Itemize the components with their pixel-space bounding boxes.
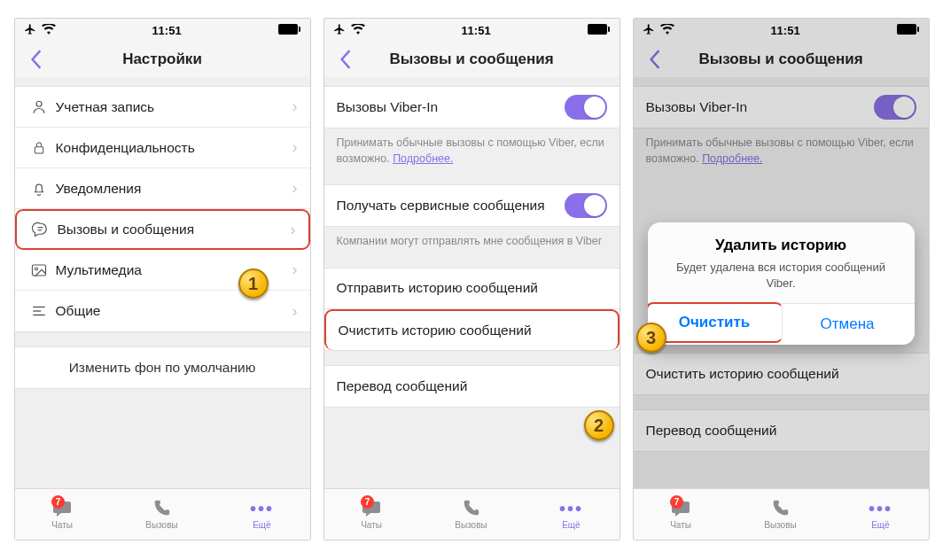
chevron-right-icon: › — [291, 221, 296, 239]
svg-rect-11 — [588, 24, 607, 35]
battery-icon — [588, 24, 611, 37]
tab-calls[interactable]: Вызовы — [764, 499, 796, 530]
tab-calls[interactable]: Вызовы — [145, 499, 177, 530]
screen-confirm-dialog: 11:51 Вызовы и сообщения Вызовы Viber-In… — [633, 18, 930, 541]
row-clear-history[interactable]: Очистить историю сообщений — [634, 354, 929, 394]
status-bar: 11:51 — [634, 19, 929, 42]
item-label: Конфиденциальность — [51, 140, 292, 156]
tab-chats[interactable]: 7 Чаты — [360, 499, 383, 530]
chevron-right-icon: › — [292, 261, 298, 279]
chevron-right-icon: › — [292, 97, 298, 116]
more-icon: ••• — [559, 499, 583, 518]
chevron-right-icon: › — [292, 138, 298, 157]
airplane-icon — [643, 23, 655, 38]
learn-more-link[interactable]: Подробнее. — [393, 152, 453, 165]
item-label: Очистить историю сообщений — [339, 323, 605, 338]
toggle-viber-in[interactable] — [565, 95, 607, 120]
nav-bar: Настройки — [15, 42, 310, 77]
tab-label: Ещё — [562, 520, 580, 530]
speech-bubble-icon — [29, 222, 52, 237]
wifi-icon — [351, 24, 365, 37]
svg-point-7 — [35, 268, 37, 270]
list-lines-icon — [27, 305, 51, 317]
tab-label: Ещё — [253, 520, 270, 530]
delete-history-dialog: Удалить историю Будет удалена вся истори… — [648, 222, 915, 345]
viber-in-description: Принимать обычные вызовы с помощью Viber… — [324, 128, 620, 170]
item-label: Уведомления — [51, 181, 292, 197]
learn-more-link[interactable]: Подробнее. — [702, 152, 762, 165]
page-title: Вызовы и сообщения — [362, 51, 614, 68]
tab-chats[interactable]: 7 Чаты — [669, 499, 692, 530]
tab-calls[interactable]: Вызовы — [455, 499, 487, 530]
tab-chats[interactable]: 7 Чаты — [51, 499, 74, 530]
screen-settings: 11:51 Настройки Учетная запись › Конфиде… — [14, 18, 311, 541]
row-send-history[interactable]: Отправить историю сообщений — [324, 268, 620, 309]
settings-item-privacy[interactable]: Конфиденциальность › — [15, 128, 310, 168]
tab-more[interactable]: ••• Ещё — [250, 499, 274, 530]
viber-in-description: Принимать обычные вызовы с помощью Viber… — [634, 128, 929, 170]
svg-rect-3 — [35, 146, 43, 152]
toggle-service-messages[interactable] — [565, 193, 607, 218]
item-label: Очистить историю сообщений — [646, 366, 916, 382]
tab-more[interactable]: ••• Ещё — [869, 499, 892, 530]
airplane-icon — [333, 23, 346, 38]
clock: 11:51 — [461, 24, 490, 37]
chat-badge: 7 — [51, 495, 65, 509]
clock: 11:51 — [152, 24, 181, 37]
chat-badge: 7 — [670, 495, 683, 509]
status-bar: 11:51 — [324, 19, 620, 42]
row-viber-in[interactable]: Вызовы Viber-In — [634, 87, 929, 128]
wifi-icon — [660, 24, 674, 37]
page-title: Настройки — [52, 51, 305, 68]
row-translate-messages[interactable]: Перевод сообщений — [634, 410, 929, 451]
item-label: Перевод сообщений — [646, 423, 916, 439]
row-clear-history[interactable]: Очистить историю сообщений — [324, 309, 620, 350]
svg-rect-0 — [278, 24, 298, 35]
step-badge-1: 1 — [238, 268, 269, 299]
tab-label: Вызовы — [455, 520, 487, 530]
more-icon: ••• — [250, 499, 274, 518]
tab-bar: 7 Чаты Вызовы ••• Ещё — [15, 488, 310, 540]
back-button[interactable] — [20, 43, 52, 75]
dialog-cancel-button[interactable]: Отмена — [781, 304, 915, 345]
item-label: Изменить фон по умолчанию — [27, 360, 298, 376]
tab-more[interactable]: ••• Ещё — [559, 499, 583, 530]
row-service-messages[interactable]: Получать сервисные сообщения — [324, 185, 620, 226]
step-badge-2: 2 — [584, 410, 614, 440]
settings-item-general[interactable]: Общие › — [15, 291, 310, 331]
svg-rect-1 — [299, 27, 300, 32]
settings-item-calls-messages[interactable]: Вызовы и сообщения › — [15, 209, 310, 250]
item-label: Учетная запись — [51, 99, 292, 115]
page-title: Вызовы и сообщения — [671, 51, 924, 68]
row-translate-messages[interactable]: Перевод сообщений — [324, 366, 620, 407]
image-icon — [27, 263, 51, 277]
item-label: Вызовы и сообщения — [52, 222, 291, 237]
tab-label: Чаты — [670, 520, 691, 530]
tab-label: Вызовы — [145, 520, 177, 530]
item-label: Общие — [51, 303, 292, 319]
phone-icon — [770, 499, 790, 518]
battery-icon — [897, 24, 920, 37]
battery-icon — [278, 24, 301, 37]
toggle-viber-in[interactable] — [874, 95, 916, 120]
svg-rect-14 — [917, 27, 919, 32]
lock-icon — [27, 140, 51, 156]
svg-point-2 — [36, 101, 42, 106]
settings-item-account[interactable]: Учетная запись › — [15, 87, 310, 128]
back-button[interactable] — [639, 43, 671, 75]
item-label: Вызовы Viber-In — [337, 99, 565, 115]
bell-icon — [27, 181, 51, 197]
settings-item-notifications[interactable]: Уведомления › — [15, 168, 310, 209]
dialog-confirm-button[interactable]: Очистить — [648, 302, 783, 343]
item-label: Вызовы Viber-In — [646, 99, 874, 115]
tab-bar: 7 Чаты Вызовы ••• Ещё — [324, 488, 620, 540]
back-button[interactable] — [330, 43, 362, 75]
row-viber-in[interactable]: Вызовы Viber-In — [324, 87, 620, 128]
item-label: Получать сервисные сообщения — [337, 198, 565, 214]
svg-rect-12 — [608, 27, 610, 32]
chat-badge: 7 — [361, 495, 374, 509]
phone-icon — [152, 499, 171, 518]
phone-icon — [461, 499, 480, 518]
more-icon: ••• — [869, 499, 892, 518]
settings-default-background[interactable]: Изменить фон по умолчанию — [15, 347, 310, 388]
